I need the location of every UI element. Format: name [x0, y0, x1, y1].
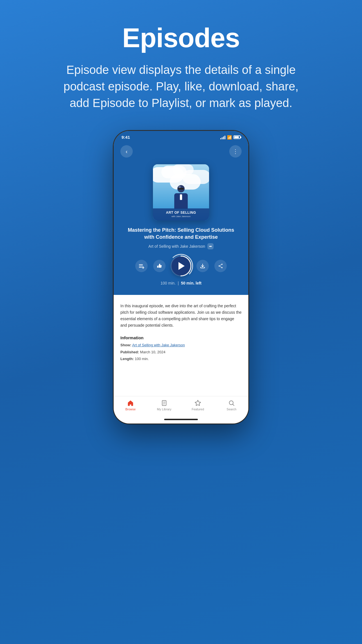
- battery-icon: [233, 135, 240, 139]
- controls-row: [120, 256, 242, 276]
- cover-text-overlay: ART OF SELLING with Jake Jakerson: [153, 208, 209, 220]
- episode-title: Mastering the Pitch: Selling Cloud Solut…: [120, 227, 242, 240]
- play-button-wrap[interactable]: [171, 256, 191, 276]
- episode-dark-section: ‹ ⋮: [114, 142, 248, 295]
- signal-icon: [220, 135, 225, 139]
- more-options-button[interactable]: ⋮: [229, 145, 242, 158]
- tab-my-library[interactable]: My Library: [153, 400, 175, 411]
- home-indicator: [164, 419, 198, 420]
- page-subtitle: Episode view displays the details of a s…: [55, 62, 307, 111]
- tab-featured[interactable]: Featured: [187, 400, 209, 411]
- duration-total: 100 min.: [161, 281, 176, 285]
- status-time: 9:41: [122, 135, 130, 140]
- duration-text: 100 min. | 50 min. left: [120, 281, 242, 285]
- download-button[interactable]: [196, 260, 209, 272]
- home-indicator-bar: [114, 417, 248, 424]
- info-length-label: Length:: [120, 357, 134, 361]
- search-icon: [228, 400, 235, 406]
- status-bar: 9:41 📶: [114, 131, 248, 142]
- info-published-label: Published:: [120, 350, 139, 354]
- tab-browse[interactable]: Browse: [119, 400, 142, 411]
- add-to-playlist-button[interactable]: [135, 260, 148, 272]
- podcast-link-arrow[interactable]: ➡: [207, 243, 214, 249]
- episode-light-section: In this inaugural episode, we dive into …: [114, 295, 248, 396]
- svg-point-9: [221, 267, 223, 268]
- info-published-row: Published: March 10, 2024: [120, 349, 242, 355]
- svg-point-8: [221, 264, 223, 265]
- status-icons: 📶: [220, 135, 240, 140]
- phone-mockup: 9:41 📶 ‹ ⋮: [114, 131, 248, 424]
- info-length-row: Length: 100 min.: [120, 356, 242, 362]
- podcast-cover-art: ART OF SELLING with Jake Jakerson: [153, 164, 209, 220]
- wifi-icon: 📶: [227, 135, 232, 140]
- tab-my-library-label: My Library: [157, 408, 171, 411]
- podcast-name-row: Art of Selling with Jake Jakerson ➡: [120, 243, 242, 249]
- tab-search[interactable]: Search: [220, 400, 243, 411]
- podcast-name: Art of Selling with Jake Jakerson: [148, 244, 205, 249]
- episode-description: In this inaugural episode, we dive into …: [120, 303, 242, 329]
- progress-ring: [169, 254, 193, 278]
- svg-rect-5: [157, 266, 158, 268]
- cover-art-title: ART OF SELLING: [156, 211, 206, 215]
- cover-figure: [170, 185, 192, 210]
- nav-row: ‹ ⋮: [120, 145, 242, 158]
- back-button[interactable]: ‹: [120, 145, 133, 158]
- star-icon: [194, 400, 201, 406]
- info-show-value[interactable]: Art of Selling with Jake Jakerson: [132, 343, 185, 347]
- tab-search-label: Search: [227, 408, 237, 411]
- duration-left: 50 min. left: [181, 281, 201, 285]
- tab-browse-label: Browse: [125, 408, 136, 411]
- share-button[interactable]: [214, 260, 227, 272]
- home-icon: [127, 400, 134, 406]
- like-button[interactable]: [153, 260, 166, 272]
- info-show-label: Show:: [120, 343, 131, 347]
- library-icon: [161, 400, 168, 406]
- info-section-title: Information: [120, 335, 242, 340]
- page-title: Episodes: [122, 22, 240, 53]
- svg-line-18: [233, 404, 234, 406]
- svg-line-11: [220, 265, 221, 266]
- info-show-row: Show: Art of Selling with Jake Jakerson: [120, 342, 242, 348]
- tab-featured-label: Featured: [192, 408, 204, 411]
- cover-art-subtitle: with Jake Jakerson: [156, 215, 206, 218]
- figure-body: [174, 193, 188, 209]
- info-published-value: March 10, 2024: [140, 350, 165, 354]
- tab-bar: Browse My Library Featured Se: [114, 396, 248, 417]
- cover-art-container: ART OF SELLING with Jake Jakerson: [120, 164, 242, 220]
- figure-head: [177, 185, 185, 192]
- info-length-value: 100 min.: [135, 357, 149, 361]
- svg-line-12: [220, 266, 221, 267]
- svg-point-10: [219, 265, 220, 267]
